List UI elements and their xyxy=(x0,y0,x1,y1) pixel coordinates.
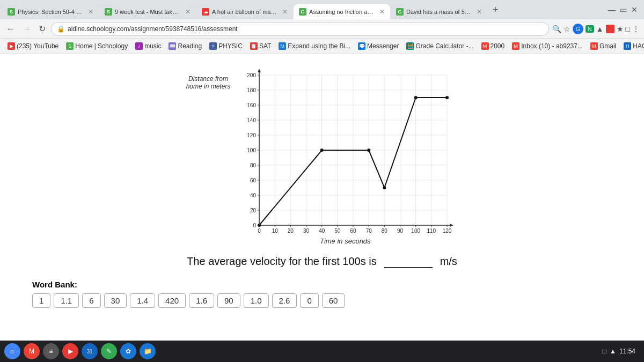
tab-favicon: G xyxy=(299,8,306,16)
bookmark-label: Reading xyxy=(178,42,202,50)
docs-icon[interactable]: ✎ xyxy=(101,343,117,359)
svg-text:20: 20 xyxy=(250,208,257,213)
graph-wrap: 0 20 40 60 80 100 120 140 160 180 200 xyxy=(232,64,458,245)
bookmark-item[interactable]: M Expand using the Bi... xyxy=(275,41,354,51)
word-chip[interactable]: 30 xyxy=(104,293,127,308)
word-chip[interactable]: 6 xyxy=(82,293,100,308)
forward-button[interactable]: → xyxy=(20,23,33,35)
word-chip[interactable]: 0 xyxy=(300,293,318,308)
word-bank-label: Word Bank: xyxy=(32,280,623,289)
bookmark-label: Gmail xyxy=(599,42,616,50)
n-icon: N xyxy=(586,25,594,33)
bookmark-icon: M xyxy=(590,42,598,50)
minimize-button[interactable]: — xyxy=(608,5,616,14)
svg-text:100: 100 xyxy=(412,228,421,234)
url-text: aldine.schoology.com/assignment/59387485… xyxy=(68,25,543,33)
answer-blank[interactable] xyxy=(384,255,433,268)
photos-icon[interactable]: ✿ xyxy=(120,343,136,359)
bookmark-item[interactable]: ⚛ PHYSIC xyxy=(206,41,246,51)
new-tab-button[interactable]: + xyxy=(488,2,503,17)
svg-point-76 xyxy=(258,224,261,227)
bookmark-item[interactable]: H HAC xyxy=(620,41,644,51)
gmail-taskbar-icon[interactable]: M xyxy=(24,343,40,359)
profile-icon[interactable]: G xyxy=(573,24,583,34)
bookmark-item[interactable]: 📖 Reading xyxy=(165,41,205,51)
calendar-icon[interactable]: ≡ xyxy=(43,343,59,359)
taskbar-battery: □ xyxy=(603,348,606,355)
bookmark-icon: 📋 xyxy=(250,42,258,50)
svg-text:80: 80 xyxy=(250,162,257,168)
search-icon[interactable]: 🔍 xyxy=(552,25,561,33)
youtube-taskbar-icon[interactable]: ▶ xyxy=(62,343,78,359)
word-chip[interactable]: 90 xyxy=(217,293,240,308)
chrome-icon[interactable]: ○ xyxy=(4,343,20,359)
bookmark-item[interactable]: 💬 Messenger xyxy=(355,41,402,51)
bookmark-label: 2000 xyxy=(491,42,505,50)
word-chip[interactable]: 420 xyxy=(158,293,186,308)
question-text: The average velocity for the first 100s … xyxy=(187,255,457,268)
word-chip[interactable]: 1.6 xyxy=(189,293,214,308)
bookmark-item[interactable]: S Home | Schoology xyxy=(63,41,131,51)
tab-close-icon[interactable]: ✕ xyxy=(379,8,385,16)
word-chip[interactable]: 1.1 xyxy=(54,293,79,308)
bookmark-item[interactable]: M Gmail xyxy=(587,41,619,51)
svg-text:0: 0 xyxy=(258,228,261,234)
files-icon[interactable]: 📁 xyxy=(140,343,156,359)
browser-tab-t4[interactable]: G Assuming no friction and the b... ✕ xyxy=(294,4,390,19)
bookmark-item[interactable]: 📋 SAT xyxy=(247,41,274,51)
bookmark-item[interactable]: ▶ (235) YouTube xyxy=(4,41,62,51)
tab-close-icon[interactable]: ✕ xyxy=(282,8,288,16)
page-content: Distance from home in meters xyxy=(0,54,644,362)
bookmark-icon: ▶ xyxy=(8,42,15,50)
word-bank-section: Word Bank: 11.16301.44201.6901.02.6060 xyxy=(21,280,623,308)
refresh-button[interactable]: ↻ xyxy=(36,23,48,35)
bookmark-icon: H xyxy=(624,42,631,50)
bookmark-label: HAC xyxy=(633,42,644,50)
bookmark-item[interactable]: M 2000 xyxy=(478,41,508,51)
bookmark-icon: 💬 xyxy=(358,42,365,50)
bookmark-icon: ♪ xyxy=(135,42,143,50)
svg-text:40: 40 xyxy=(250,193,257,198)
graph-container: Distance from home in meters xyxy=(186,64,458,245)
close-button[interactable]: ✕ xyxy=(631,5,638,14)
bookmark-label: (235) YouTube xyxy=(17,42,58,50)
svg-text:90: 90 xyxy=(397,228,404,234)
time-display: 11:54 xyxy=(619,348,635,355)
more-icon[interactable]: ⋮ xyxy=(632,25,640,33)
bookmark-label: Inbox (10) - ab9237... xyxy=(521,42,583,50)
ext1-icon[interactable]: ▲ xyxy=(596,25,604,33)
bookmark-star-icon[interactable]: ☆ xyxy=(564,25,570,33)
tab-close-icon[interactable]: ✕ xyxy=(185,8,191,16)
url-bar[interactable]: 🔒 aldine.schoology.com/assignment/593874… xyxy=(51,22,549,36)
svg-point-77 xyxy=(320,149,324,152)
bookmark-item[interactable]: ♪ music xyxy=(132,41,164,51)
taskbar-time: □ ▲ 11:54 xyxy=(603,348,640,355)
word-chip[interactable]: 1.0 xyxy=(244,293,269,308)
unit-text: m/s xyxy=(440,255,457,268)
word-chip[interactable]: 1.4 xyxy=(130,293,155,308)
bookmark-icon: M xyxy=(512,42,519,50)
ext4-icon[interactable]: □ xyxy=(626,25,630,33)
word-chip[interactable]: 2.6 xyxy=(272,293,297,308)
tab-close-icon[interactable]: ✕ xyxy=(477,8,482,16)
browser-tab-t3[interactable]: ☁ A hot air balloon of mass 80 kg... ✕ xyxy=(196,4,293,19)
svg-text:100: 100 xyxy=(247,147,257,153)
tab-title: Assuming no friction and the b... xyxy=(309,9,375,15)
lock-icon: 🔒 xyxy=(57,25,65,33)
tab-title: Physics: Section 50-4 | Schoolo... xyxy=(18,9,83,15)
restore-button[interactable]: ▭ xyxy=(620,5,627,14)
ext2-icon[interactable] xyxy=(606,25,614,33)
tab-close-icon[interactable]: ✕ xyxy=(88,8,93,16)
cal31-icon[interactable]: 31 xyxy=(82,343,98,359)
back-button[interactable]: ← xyxy=(4,23,17,35)
taskbar: ○ M ≡ ▶ 31 ✎ ✿ 📁 □ ▲ 11:54 xyxy=(0,341,644,362)
browser-tab-t1[interactable]: S Physics: Section 50-4 | Schoolo... ✕ xyxy=(2,4,99,19)
word-chip[interactable]: 1 xyxy=(32,293,50,308)
browser-tab-t5[interactable]: G David has a mass of 50 kg whi... ✕ xyxy=(391,4,487,19)
bookmark-item[interactable]: M Inbox (10) - ab9237... xyxy=(509,41,586,51)
bookmark-item[interactable]: 🧮 Grade Calculator -... xyxy=(403,41,477,51)
word-chip[interactable]: 60 xyxy=(322,293,345,308)
browser-tab-t2[interactable]: S 9 week test - Must take in class... ✕ xyxy=(99,4,196,19)
svg-text:200: 200 xyxy=(247,72,257,78)
ext3-icon[interactable]: ★ xyxy=(617,25,624,33)
